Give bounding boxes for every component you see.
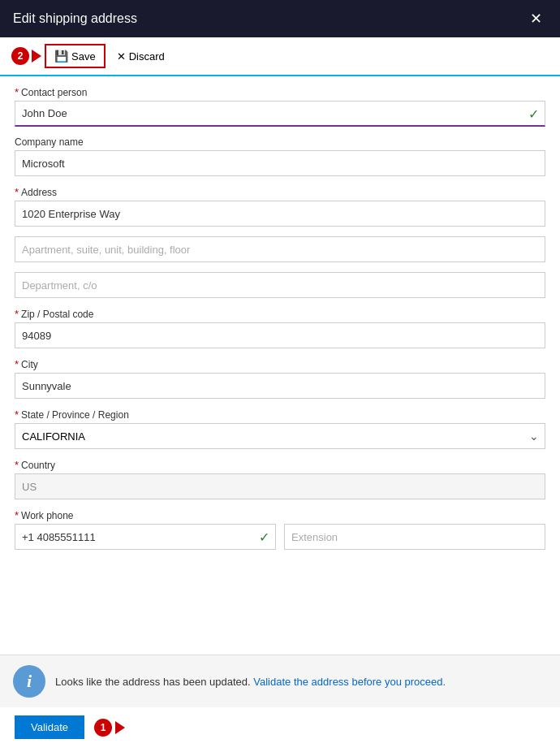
department-field	[15, 272, 545, 298]
city-input[interactable]	[15, 373, 545, 399]
work-phone-field: * Work phone ✓	[15, 509, 545, 550]
zip-code-label: * Zip / Postal code	[15, 308, 545, 320]
info-banner: i Looks like the address has been update…	[0, 655, 560, 707]
validate-button[interactable]: Validate	[15, 715, 84, 739]
contact-person-check-icon: ✓	[528, 106, 539, 122]
state-label: * State / Province / Region	[15, 408, 545, 421]
contact-person-input-wrapper: ✓	[15, 101, 545, 127]
modal-header: Edit shipping address ✕	[0, 0, 560, 37]
required-star: *	[15, 408, 19, 421]
required-star: *	[15, 86, 19, 98]
toolbar: 2 💾 Save ✕ Discard	[0, 37, 560, 76]
zip-code-field: * Zip / Postal code	[15, 308, 545, 348]
save-badge-area: 2	[11, 47, 41, 65]
close-button[interactable]: ✕	[525, 8, 547, 29]
department-input[interactable]	[15, 272, 545, 298]
extension-input-wrapper	[284, 524, 545, 550]
company-name-label: Company name	[15, 136, 545, 148]
state-select[interactable]: CALIFORNIA NEW YORK TEXAS FLORIDA	[15, 423, 545, 449]
validate-badge-area: 1	[94, 719, 125, 737]
required-star: *	[15, 308, 19, 320]
edit-shipping-modal: Edit shipping address ✕ 2 💾 Save ✕ Disca…	[0, 0, 560, 752]
modal-title: Edit shipping address	[13, 11, 137, 26]
address2-input[interactable]	[15, 236, 545, 262]
address-input[interactable]	[15, 201, 545, 227]
required-star: *	[15, 459, 19, 471]
address2-field	[15, 236, 545, 262]
state-field: * State / Province / Region CALIFORNIA N…	[15, 408, 545, 449]
required-star: *	[15, 509, 19, 521]
country-input	[15, 473, 545, 499]
city-field: * City	[15, 358, 545, 399]
state-select-wrapper: CALIFORNIA NEW YORK TEXAS FLORIDA ⌄	[15, 423, 545, 449]
required-star: *	[15, 358, 19, 370]
validate-badge: 1	[94, 719, 112, 737]
work-phone-input[interactable]	[15, 524, 276, 550]
zip-code-input[interactable]	[15, 322, 545, 348]
contact-person-field: * Contact person ✓	[15, 86, 545, 127]
save-badge-arrow	[32, 50, 41, 63]
discard-icon: ✕	[117, 50, 126, 63]
phone-check-icon: ✓	[259, 529, 269, 545]
phone-row: ✓	[15, 524, 545, 550]
info-text: Looks like the address has been updated.…	[55, 676, 547, 688]
discard-label: Discard	[129, 50, 165, 63]
extension-input[interactable]	[284, 524, 545, 550]
validate-section: Validate 1	[0, 707, 560, 752]
contact-person-input[interactable]	[15, 101, 545, 127]
company-name-input[interactable]	[15, 150, 545, 176]
validate-badge-arrow	[115, 721, 125, 734]
company-name-field: Company name	[15, 136, 545, 176]
phone-input-wrapper: ✓	[15, 524, 276, 550]
discard-button[interactable]: ✕ Discard	[109, 46, 173, 67]
save-label: Save	[71, 50, 96, 63]
save-button[interactable]: 💾 Save	[45, 44, 106, 68]
contact-person-label: * Contact person	[15, 86, 545, 98]
city-label: * City	[15, 358, 545, 370]
work-phone-label: * Work phone	[15, 509, 545, 521]
required-star: *	[15, 186, 19, 198]
info-icon-circle: i	[13, 665, 45, 698]
validate-link[interactable]: Validate the address before you proceed.	[253, 676, 446, 688]
country-label: * Country	[15, 459, 545, 471]
country-field: * Country	[15, 459, 545, 499]
info-icon: i	[27, 672, 32, 690]
form-body: * Contact person ✓ Company name * Addres…	[0, 76, 560, 648]
address-label: * Address	[15, 186, 545, 198]
save-icon: 💾	[54, 50, 68, 63]
address-field: * Address	[15, 186, 545, 227]
save-badge: 2	[11, 47, 29, 65]
